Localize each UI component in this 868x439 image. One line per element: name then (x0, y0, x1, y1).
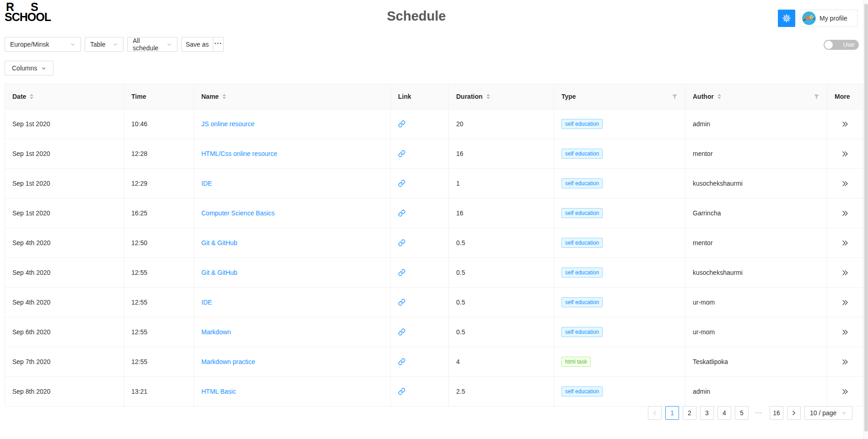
logo-letter-r: R (6, 2, 14, 12)
pagination-page-2[interactable]: 2 (683, 406, 696, 420)
sorter-icon[interactable] (30, 94, 33, 99)
external-link-button[interactable] (398, 209, 405, 217)
cell-date: Sep 6th 2020 (5, 317, 124, 347)
lesson-name-link[interactable]: IDE (201, 299, 212, 306)
cell-link (391, 317, 449, 347)
column-header-duration[interactable]: Duration (449, 84, 554, 109)
pagination-page-5[interactable]: 5 (735, 406, 749, 420)
table-row: Sep 4th 2020 12:55 Git & GitHub 0.5 self… (5, 258, 863, 288)
expand-row-button[interactable] (841, 388, 848, 395)
lesson-name-link[interactable]: Git & GitHub (201, 239, 237, 246)
cell-type: self education (554, 377, 685, 406)
cell-more (827, 317, 863, 347)
external-link-button[interactable] (398, 239, 405, 246)
page-size-select[interactable]: 10 / page (804, 406, 852, 420)
table-row: Sep 1st 2020 12:29 IDE 1 self education … (5, 169, 863, 198)
expand-row-button[interactable] (841, 299, 848, 306)
cell-author: kusochekshaurmi (685, 258, 827, 287)
rs-school-logo[interactable]: R S SCHOOL (5, 2, 51, 22)
column-header-name[interactable]: Name (194, 84, 391, 109)
cell-type: self education (554, 109, 685, 139)
link-icon (398, 328, 405, 336)
expand-row-button[interactable] (841, 150, 848, 157)
expand-row-button[interactable] (841, 359, 848, 365)
lesson-name-link[interactable]: Markdown practice (201, 358, 255, 365)
lesson-name-link[interactable]: Computer Science Basics (201, 209, 275, 217)
pagination-next-button[interactable] (787, 406, 801, 420)
columns-dropdown-button[interactable]: Columns (5, 61, 54, 75)
scrollbar-thumb[interactable] (864, 4, 868, 432)
external-link-button[interactable] (398, 328, 405, 336)
filter-icon[interactable] (672, 94, 678, 100)
external-link-button[interactable] (398, 358, 405, 365)
expand-row-button[interactable] (841, 240, 848, 246)
cell-name: Git & GitHub (194, 228, 391, 257)
expand-row-button[interactable] (841, 180, 848, 187)
sorter-icon[interactable] (222, 94, 226, 99)
view-select[interactable]: Table (85, 37, 124, 52)
chevron-down-icon (167, 42, 172, 47)
cell-type: self education (554, 288, 685, 317)
filter-icon[interactable] (814, 94, 819, 100)
save-as-button[interactable]: Save as (181, 37, 213, 52)
cell-duration: 1 (449, 169, 554, 198)
schedule-filter-select[interactable]: All schedule (127, 37, 178, 52)
external-link-button[interactable] (398, 120, 405, 128)
column-header-label: Duration (456, 93, 483, 100)
pagination-page-16[interactable]: 16 (770, 406, 783, 420)
expand-row-button[interactable] (841, 269, 848, 276)
save-as-more-menu-button[interactable]: ··· (213, 37, 224, 52)
cell-more (827, 109, 863, 139)
pagination-prev-button[interactable] (648, 406, 662, 420)
expand-row-button[interactable] (841, 210, 848, 217)
cell-more (827, 169, 863, 198)
pagination-page-4[interactable]: 4 (717, 406, 731, 420)
sorter-icon[interactable] (486, 94, 490, 99)
link-icon (398, 388, 405, 395)
lesson-name-link[interactable]: HTML/Css online resource (201, 150, 277, 157)
expand-row-button[interactable] (841, 121, 848, 128)
cell-link (391, 198, 449, 228)
cell-time: 13:21 (124, 377, 194, 406)
column-header-date[interactable]: Date (5, 84, 124, 109)
pagination-page-3[interactable]: 3 (700, 406, 714, 420)
expand-row-button[interactable] (841, 329, 848, 336)
timezone-select[interactable]: Europe/Minsk (5, 37, 81, 52)
pagination-page-1[interactable]: 1 (665, 406, 679, 420)
cell-date: Sep 1st 2020 (5, 109, 124, 139)
column-header-label: Date (12, 93, 26, 100)
my-profile-button[interactable]: My profile (800, 10, 857, 27)
external-link-button[interactable] (398, 269, 405, 276)
cell-date: Sep 4th 2020 (5, 228, 124, 257)
lesson-name-link[interactable]: HTML Basic (201, 388, 236, 395)
cell-date: Sep 4th 2020 (5, 288, 124, 317)
external-link-button[interactable] (398, 299, 405, 306)
external-link-button[interactable] (398, 150, 405, 157)
column-header-type[interactable]: Type (554, 84, 685, 109)
avatar (802, 11, 816, 25)
cell-duration: 0.5 (449, 228, 554, 257)
column-header-author[interactable]: Author (685, 84, 827, 109)
cell-name: Computer Science Basics (194, 198, 391, 228)
double-right-chevron-icon (841, 388, 848, 395)
lesson-name-link[interactable]: Markdown (201, 328, 231, 336)
table-row: Sep 1st 2020 10:46 JS online resource 20… (5, 109, 863, 139)
link-icon (398, 150, 405, 157)
lesson-name-link[interactable]: JS online resource (201, 120, 254, 128)
sorter-icon[interactable] (717, 94, 721, 99)
lesson-name-link[interactable]: Git & GitHub (201, 269, 237, 276)
double-right-chevron-icon (841, 240, 848, 246)
lesson-name-link[interactable]: IDE (201, 180, 212, 187)
external-link-button[interactable] (398, 180, 405, 187)
pagination-jump-forward[interactable]: ••• (752, 406, 766, 420)
link-icon (398, 299, 405, 306)
cell-time: 12:55 (124, 317, 194, 347)
cell-link (391, 139, 449, 168)
user-mode-toggle[interactable]: User (824, 40, 859, 50)
type-tag: self education (561, 208, 603, 218)
settings-button[interactable] (778, 10, 795, 27)
scrollbar[interactable] (863, 0, 868, 439)
cell-author: mentor (685, 228, 827, 257)
external-link-button[interactable] (398, 388, 405, 395)
schedule-table: Date Time Name Link Duration Type Author… (5, 84, 863, 407)
